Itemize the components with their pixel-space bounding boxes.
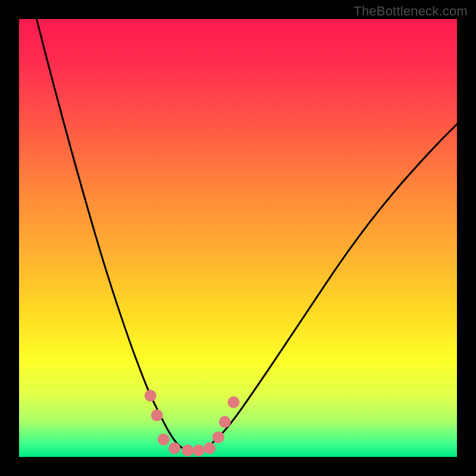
outer-frame: TheBottleneck.com [0, 0, 476, 476]
bottleneck-curve [19, 19, 457, 452]
marker-point [212, 431, 224, 443]
marker-point [181, 444, 193, 456]
watermark-text: TheBottleneck.com [353, 4, 468, 19]
marker-point [193, 444, 205, 456]
marker-group [145, 390, 240, 456]
marker-point [168, 442, 180, 454]
marker-point [145, 390, 156, 402]
marker-point [228, 396, 240, 408]
marker-point [158, 434, 170, 446]
plot-area [19, 19, 457, 457]
marker-point [219, 416, 231, 428]
marker-point [203, 442, 215, 454]
chart-overlay [19, 19, 457, 457]
marker-point [151, 409, 163, 421]
